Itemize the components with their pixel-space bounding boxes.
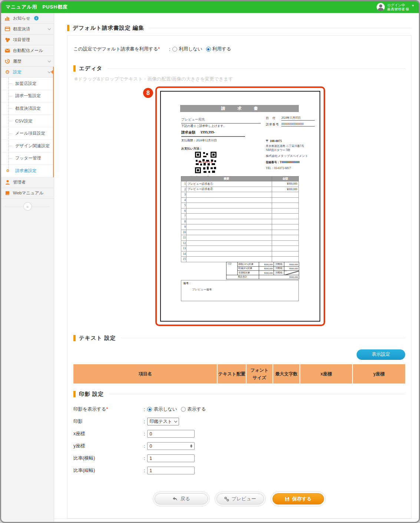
user-menu[interactable]: ログイン中 最高管理者 様 ▼ <box>377 3 414 11</box>
page-title-row: デフォルト請求書設定 編集 <box>67 24 411 32</box>
info-badge-icon: i <box>34 16 39 20</box>
sidebar-item-auto-mail[interactable]: 自動配信メール <box>1 45 54 56</box>
sidebar-item-admin[interactable]: 管理者 <box>1 177 54 188</box>
bar-chart-icon <box>4 16 10 21</box>
column-x-coord: x座標 <box>300 364 353 384</box>
invoice-totals-table: 小計 課税(10%)対象 ¥000,000 消費税 ¥000,000 軽減(8%… <box>226 262 299 279</box>
seal-ratio-w-input[interactable]: 1 <box>147 454 195 462</box>
invoice-item-row: 14 <box>181 251 299 257</box>
settings-submenu: 加盟店設定 請求一覧設定 都度決済設定 CSV設定 メール項目設定 デザイン関連… <box>1 78 54 177</box>
sidebar-subitem-billing-list-settings[interactable]: 請求一覧設定 <box>1 90 54 103</box>
items-desc-header: 摘要 <box>181 177 272 181</box>
invoice-notes-box: 備考： プレビュー備考 <box>181 280 299 301</box>
invoice-item-row: 5 <box>181 203 299 208</box>
use-default-yes-option[interactable]: 利用する <box>206 46 231 52</box>
settings-group: ⚙ 設定 加盟店設定 請求一覧設定 都度決済設定 CSV設定 メール項目設定 デ… <box>1 67 54 177</box>
seal-name-row: 印影 : 印鑑テスト <box>73 418 405 425</box>
sidebar-item-web-manual[interactable]: Webマニュアル <box>1 188 54 199</box>
radio-checked-icon[interactable] <box>206 47 211 52</box>
invoice-recipient: プレビュー宛先 <box>181 117 261 124</box>
display-settings-button[interactable]: 表示設定 <box>357 349 405 359</box>
login-status: ログイン中 <box>387 3 409 7</box>
editor-drag-note: ※ドラッグ&ドロップでテキスト・画像の配置/画像の大きさを変更できます <box>74 76 405 82</box>
invoice-item-row: 7 <box>181 214 299 219</box>
seal-settings-heading-row: 印影 設定 <box>73 391 405 398</box>
invoice-company-name: 株式会社メタップスペイメント <box>266 154 308 158</box>
credit-card-icon <box>4 27 10 31</box>
sidebar-item-news[interactable]: お知らせ i <box>1 13 54 24</box>
sidebar-item-settings[interactable]: ⚙ 設定 <box>1 67 54 78</box>
step-number-badge: 8 <box>143 88 153 98</box>
invoice-item-row: 6 <box>181 208 299 214</box>
seal-x-row: x座標 : 0 <box>73 430 405 438</box>
subtotal-label: 小計 <box>226 262 238 275</box>
seal-select[interactable]: 印鑑テスト <box>147 418 179 425</box>
invoice-due-date: 支払期限：2024年12月31日 <box>181 138 217 142</box>
settings-panel: この設定でデフォルト請求書を利用する* : 利用しない 利用する エディタ <box>67 35 411 519</box>
seal-hide-option[interactable]: 表示しない <box>147 406 177 412</box>
seal-x-input[interactable]: 0 <box>147 430 195 438</box>
column-item-name: 項目名 <box>73 364 218 384</box>
invoice-amount-row: 請求金額¥999,999- <box>181 130 245 137</box>
seal-settings-form: 印影を表示する* : 表示しない 表示する 印影 : <box>73 405 405 474</box>
required-mark: * <box>158 46 160 52</box>
seal-ratio-w-row: 比率(横幅) : 1 <box>73 454 405 462</box>
invoice-date-row: 日 付 2024年11月05日 <box>266 116 315 121</box>
save-button[interactable]: 保存する <box>272 493 324 504</box>
sidebar-item-payment[interactable]: 都度決済 <box>1 24 54 34</box>
chevron-down-icon <box>48 27 51 30</box>
use-default-row: この設定でデフォルト請求書を利用する* : 利用しない 利用する <box>73 46 405 52</box>
strikethrough-cell <box>284 271 299 275</box>
invoice-item-row: 15 <box>181 257 299 262</box>
text-settings-heading-row: テキスト 設定 <box>73 335 405 342</box>
editor-area: 8 請 求 書 プレビュー宛先 下記の通りご請求申し上げます。 請求金額¥999… <box>155 86 325 326</box>
active-section-arrow <box>51 69 54 75</box>
text-settings-table-header: 項目名 テキスト配置 フォント サイズ 最大文字数 x座標 y座標 <box>73 364 405 384</box>
sidebar-subitem-invoice-settings[interactable]: ⚙ 請求書設定 <box>1 165 54 177</box>
invoice-item-row: 2プレビュー請求名②¥000,000 <box>181 187 299 192</box>
sidebar-subitem-payment-settings[interactable]: 都度決済設定 <box>1 102 54 115</box>
person-icon <box>4 180 10 185</box>
seal-y-row: y座標 : 0 <box>73 442 405 450</box>
preview-button[interactable]: プレビュー <box>216 493 264 504</box>
invoice-registration-number: 登録番号：T0000000000000 <box>266 161 300 164</box>
sidebar-subitem-footer-management[interactable]: フッター管理 <box>1 152 54 165</box>
use-default-no-option[interactable]: 利用しない <box>172 46 202 52</box>
user-name: 最高管理者 様 <box>387 7 409 11</box>
invoice-title: 請 求 書 <box>180 105 299 112</box>
radio-checked-icon[interactable] <box>147 407 152 412</box>
gears-icon: ⚙ <box>4 69 10 75</box>
invoice-item-row: 11 <box>181 235 299 241</box>
radio-unchecked-icon[interactable] <box>172 47 177 52</box>
main-content: デフォルト請求書設定 編集 この設定でデフォルト請求書を利用する* : 利用しな… <box>54 13 419 522</box>
invoice-postal-code: 〒 108-0075 <box>266 139 282 144</box>
total-label: 税込合計 <box>226 275 259 279</box>
sidebar-subitem-mail-item-settings[interactable]: メール項目設定 <box>1 127 54 140</box>
invoice-editor-canvas[interactable]: 請 求 書 プレビュー宛先 下記の通りご請求申し上げます。 請求金額¥999,9… <box>155 86 325 326</box>
app-window: マニュアル用 PUSH都度 ログイン中 最高管理者 様 ▼ お知らせ i <box>0 0 420 523</box>
column-text-align: テキスト配置 <box>218 364 247 384</box>
items-amount-header: 金額 <box>272 177 299 181</box>
collapse-sidebar-button[interactable]: « <box>23 202 32 211</box>
title-accent-bar <box>67 25 69 31</box>
seal-show-option[interactable]: 表示する <box>181 406 206 412</box>
chevron-down-icon <box>48 70 51 73</box>
number-spinner-icon[interactable] <box>190 444 192 448</box>
sidebar-subitem-merchant-settings[interactable]: 加盟店設定 <box>1 78 54 90</box>
sidebar-subitem-csv-settings[interactable]: CSV設定 <box>1 115 54 128</box>
sidebar-item-history[interactable]: 履歴 <box>1 56 54 67</box>
seal-ratio-h-input[interactable]: 1 <box>147 467 195 474</box>
save-disk-icon <box>285 497 290 501</box>
total-value: ¥000,000 <box>259 275 299 279</box>
invoice-address: 東京都港区港南 二丁目16番5号 NBP品川タワー 5階 <box>266 144 304 152</box>
sidebar-subitem-design-settings[interactable]: デザイン関連設定 <box>1 140 54 152</box>
back-arrow-icon <box>172 497 178 501</box>
radio-unchecked-icon[interactable] <box>181 407 186 412</box>
sidebar-collapse-row: « <box>1 199 54 214</box>
invoice-payment-method-label: お支払い方法： <box>181 147 202 151</box>
app-title: マニュアル用 PUSH都度 <box>6 4 68 10</box>
seal-y-input[interactable]: 0 <box>147 442 195 450</box>
sidebar-item-item-management[interactable]: 項目管理 <box>1 34 54 45</box>
invoice-item-row: 1プレビュー請求名①¥000,000 <box>181 181 299 187</box>
back-button[interactable]: 戻る <box>155 493 208 504</box>
